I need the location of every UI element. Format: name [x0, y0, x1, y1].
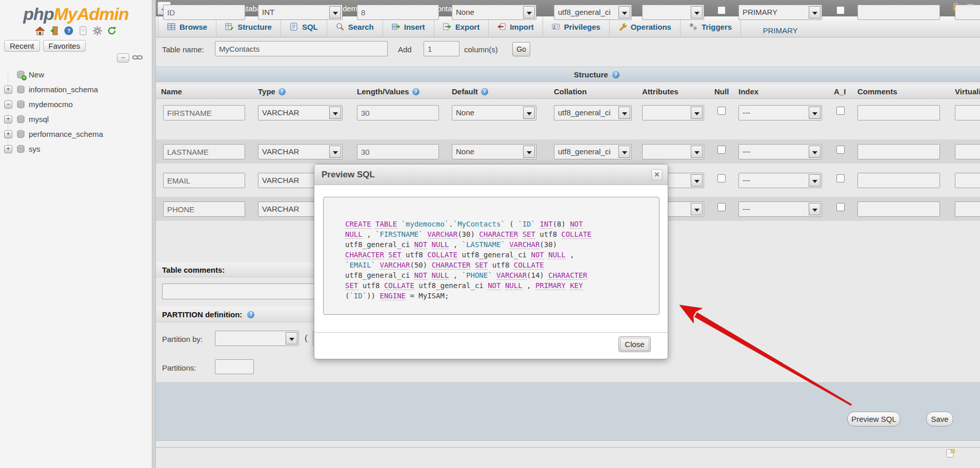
preview-sql-dialog: Preview SQL ✕ CREATE TABLE `mydemocmo`.`… [314, 164, 668, 359]
navigation-sidebar: phpMyAdmin ? Recent Favorites − New [0, 0, 152, 468]
tree-item[interactable]: New [0, 67, 152, 82]
link-icon[interactable] [132, 53, 143, 63]
chevron-down-icon [523, 107, 535, 119]
database-icon [16, 115, 25, 124]
null-checkbox[interactable] [717, 107, 726, 115]
sql-preview-box: CREATE TABLE `mydemocmo`.`MyContacts` ( … [323, 197, 659, 315]
auto-increment-checkbox[interactable] [836, 107, 845, 115]
null-checkbox[interactable] [717, 146, 726, 154]
console-icon[interactable] [946, 449, 955, 458]
tree-item-label: performance_schema [29, 130, 103, 138]
column-length-input[interactable] [357, 105, 439, 120]
tree-item[interactable]: + mysql [0, 112, 152, 127]
tree-expander-icon[interactable]: + [4, 145, 12, 153]
column-comments-input[interactable] [857, 201, 940, 217]
column-type-select[interactable]: VARCHAR [258, 105, 343, 120]
phpmyadmin-logo[interactable]: phpMyAdmin [0, 4, 152, 24]
column-name-input[interactable] [163, 5, 245, 20]
chevron-down-icon [618, 6, 630, 18]
null-checkbox[interactable] [717, 174, 726, 182]
chevron-down-icon [809, 6, 821, 18]
preview-sql-button[interactable]: Preview SQL [847, 412, 901, 426]
tree-item[interactable]: + performance_schema [0, 127, 152, 141]
auto-increment-checkbox[interactable] [836, 203, 845, 211]
tree-item-label: New [29, 70, 44, 79]
tree-expander-icon[interactable]: − [4, 100, 12, 109]
dialog-header[interactable]: Preview SQL ✕ [314, 165, 668, 185]
tree-expander-icon[interactable]: + [4, 130, 12, 138]
chevron-down-icon [691, 107, 703, 119]
null-checkbox[interactable] [717, 203, 726, 211]
column-name-input[interactable] [163, 201, 245, 217]
column-collation-select[interactable]: utf8_general_ci [554, 144, 632, 159]
column-default-select[interactable]: None [452, 144, 536, 159]
column-index-select[interactable]: --- [738, 201, 822, 217]
column-index-select[interactable]: PRIMARY [738, 5, 822, 20]
close-button[interactable]: Close [618, 336, 651, 352]
partition-help-icon[interactable]: ? [247, 311, 254, 318]
settings-gear-icon[interactable] [92, 26, 103, 36]
column-type-select[interactable]: VARCHAR [258, 144, 343, 159]
home-icon[interactable] [35, 26, 45, 36]
column-comments-input[interactable] [857, 105, 940, 120]
primary-index-link[interactable]: PRIMARY [738, 26, 822, 35]
column-comments-input[interactable] [857, 144, 940, 159]
column-definition-row: INT None utf8_general_ci PRIMARY PRIMARY [156, 0, 980, 24]
recent-tab[interactable]: Recent [4, 40, 40, 52]
collapse-all-button[interactable]: − [117, 53, 129, 63]
tree-item[interactable]: − mydemocmo [0, 97, 152, 112]
column-collation-select[interactable]: utf8_general_ci [554, 5, 632, 20]
favorites-tab[interactable]: Favorites [43, 40, 86, 52]
tree-item[interactable]: + sys [0, 141, 152, 156]
auto-increment-checkbox[interactable] [836, 146, 845, 154]
column-name-input[interactable] [163, 105, 245, 120]
column-collation-select[interactable]: utf8_general_ci [554, 105, 632, 120]
close-icon[interactable]: ✕ [651, 169, 663, 180]
save-button[interactable]: Save [926, 412, 953, 426]
column-default-select[interactable]: None [452, 5, 536, 20]
documentation-icon[interactable] [78, 26, 88, 36]
partition-by-select[interactable] [215, 331, 299, 346]
column-default-select[interactable]: None [452, 105, 536, 120]
refresh-icon[interactable] [107, 26, 117, 36]
chevron-down-icon [329, 146, 341, 158]
column-length-input[interactable] [357, 5, 439, 20]
column-index-select[interactable]: --- [738, 144, 822, 159]
column-virtuality-input[interactable] [955, 201, 980, 217]
column-name-input[interactable] [163, 144, 245, 159]
tree-expander-icon[interactable]: + [4, 86, 12, 94]
help-icon[interactable]: ? [64, 26, 74, 36]
column-comments-input[interactable] [857, 5, 940, 20]
chevron-down-icon [809, 174, 821, 187]
partitions-count-input[interactable] [215, 359, 254, 374]
chevron-down-icon [329, 107, 341, 119]
column-attributes-select[interactable] [642, 144, 704, 159]
tree-controls: − [117, 53, 143, 63]
column-virtuality-input[interactable] [955, 144, 980, 159]
tree-item[interactable]: + information_schema [0, 82, 152, 97]
dialog-title: Preview SQL [322, 165, 375, 185]
column-type-select[interactable]: INT [258, 5, 343, 20]
column-length-input[interactable] [357, 144, 439, 159]
partition-definition-label: PARTITION definition: [162, 307, 242, 322]
logout-icon[interactable] [49, 26, 59, 36]
chevron-down-icon [809, 107, 821, 119]
column-attributes-select[interactable] [642, 105, 704, 120]
column-virtuality-input[interactable] [955, 173, 980, 188]
chevron-down-icon [691, 6, 703, 18]
column-index-select[interactable]: --- [738, 173, 822, 188]
tree-item-label: mydemocmo [29, 100, 73, 109]
tree-item-label: sys [29, 145, 41, 153]
column-comments-input[interactable] [857, 173, 940, 188]
sidebar-resize-handle[interactable] [152, 0, 156, 468]
column-attributes-select[interactable] [642, 5, 704, 20]
column-name-input[interactable] [163, 173, 245, 188]
auto-increment-checkbox[interactable] [836, 6, 845, 14]
svg-text:?: ? [67, 28, 71, 34]
column-virtuality-input[interactable] [955, 105, 980, 120]
column-virtuality-input[interactable] [955, 5, 980, 20]
null-checkbox[interactable] [717, 6, 726, 14]
column-index-select[interactable]: --- [738, 105, 822, 120]
tree-expander-icon[interactable]: + [4, 115, 12, 124]
auto-increment-checkbox[interactable] [836, 174, 845, 182]
